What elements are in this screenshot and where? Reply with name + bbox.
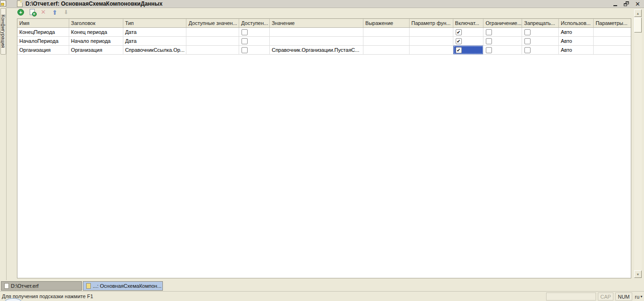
deny-checkbox[interactable]: [524, 29, 531, 35]
cell-func-param[interactable]: [410, 46, 453, 54]
column-header-expression: Выражение: [363, 19, 410, 27]
move-down-icon: ⬇: [64, 9, 68, 16]
add-button[interactable]: +: [17, 8, 24, 16]
cell-name[interactable]: НачалоПериода: [17, 37, 69, 45]
column-header-type: Тип: [123, 19, 187, 27]
window-tabbar: D:\Отчет.erf ...: ОсновнаяСхемаКомпон...: [0, 280, 644, 291]
cell-params[interactable]: [594, 28, 631, 36]
cell-usage[interactable]: Авто: [559, 46, 594, 54]
cell-usage[interactable]: Авто: [559, 28, 594, 36]
parameters-table: Имя Заголовок Тип Доступные значен... До…: [17, 18, 631, 278]
add-copy-button[interactable]: +: [28, 8, 36, 16]
scroll-up-icon: ▲: [636, 12, 640, 15]
column-header-available-values: Доступные значен...: [186, 19, 239, 27]
window-title: D:\Отчет.erf: ОсновнаяСхемаКомпоновкиДан…: [25, 0, 162, 7]
cell-expression[interactable]: [363, 37, 410, 45]
vertical-scrollbar[interactable]: ▲ ▼: [634, 9, 642, 278]
table-row: Организация Организация СправочникСсылка…: [17, 46, 631, 55]
cell-name[interactable]: Организация: [17, 46, 69, 54]
dcs-document-icon: [86, 283, 91, 289]
lang-caret-icon: ▾: [640, 294, 642, 299]
cell-title[interactable]: Организация: [69, 46, 123, 54]
cell-restriction[interactable]: [483, 28, 522, 36]
cell-deny[interactable]: [522, 37, 559, 45]
cell-type[interactable]: Дата: [123, 37, 187, 45]
sidebar-tab-configuration[interactable]: Конфигурация: [0, 8, 6, 55]
cell-type[interactable]: Дата: [123, 28, 187, 36]
restriction-checkbox[interactable]: [486, 47, 492, 53]
restriction-checkbox[interactable]: [486, 29, 492, 35]
cell-restriction[interactable]: [483, 37, 522, 45]
cell-expression[interactable]: [363, 28, 410, 36]
deny-checkbox[interactable]: [524, 47, 531, 53]
move-down-button[interactable]: ⬇: [62, 8, 70, 16]
available-checkbox[interactable]: [242, 47, 248, 53]
tab-label: ...: ОсновнаяСхемаКомпон...: [93, 283, 161, 289]
include-checkbox[interactable]: ✔: [456, 47, 462, 53]
cell-expression[interactable]: [363, 46, 410, 54]
scroll-down-button[interactable]: ▼: [634, 270, 642, 278]
available-checkbox[interactable]: [242, 29, 248, 35]
cell-available[interactable]: [239, 46, 270, 54]
table-header-row: Имя Заголовок Тип Доступные значен... До…: [17, 19, 631, 28]
status-bar: Для получения подсказки нажмите F1 CAP N…: [0, 291, 644, 301]
cell-deny[interactable]: [522, 28, 559, 36]
cell-func-param[interactable]: [410, 37, 453, 45]
column-header-deny: Запрещать...: [522, 19, 559, 27]
num-indicator: NUM: [615, 293, 632, 301]
available-checkbox[interactable]: [242, 38, 248, 44]
cell-func-param[interactable]: [410, 28, 453, 36]
cell-available-values[interactable]: [186, 28, 239, 36]
tab-label: D:\Отчет.erf: [11, 283, 39, 289]
cell-available[interactable]: [239, 37, 270, 45]
cell-available-values[interactable]: [186, 46, 239, 54]
window-titlebar[interactable]: D:\Отчет.erf: ОсновнаяСхемаКомпоновкиДан…: [7, 0, 644, 8]
cell-title[interactable]: Начало периода: [69, 37, 123, 45]
cell-value[interactable]: Справочник.Организации.ПустаяС...: [270, 46, 363, 54]
restore-button[interactable]: [623, 1, 630, 7]
cell-value[interactable]: [270, 37, 363, 45]
column-header-title: Заголовок: [69, 19, 123, 27]
column-header-func-param: Параметр фун...: [410, 19, 453, 27]
cell-type[interactable]: СправочникСсылка.Ор...: [123, 46, 187, 54]
cell-restriction[interactable]: [483, 46, 522, 54]
scrollbar-thumb[interactable]: [634, 17, 642, 33]
deny-checkbox[interactable]: [524, 38, 531, 44]
cell-deny[interactable]: [522, 46, 559, 54]
cell-include[interactable]: ✔: [453, 37, 484, 45]
cell-title[interactable]: Конец периода: [69, 28, 123, 36]
language-label: ru: [635, 294, 640, 300]
cell-available-values[interactable]: [186, 37, 239, 45]
column-header-usage: Использов...: [559, 19, 594, 27]
column-header-restriction: Ограничение...: [483, 19, 522, 27]
tab-data-composition-schema[interactable]: ...: ОсновнаяСхемаКомпон...: [83, 281, 163, 291]
cell-include-selected[interactable]: ✔: [453, 46, 484, 54]
close-button[interactable]: ✕: [634, 1, 641, 7]
column-header-params: Параметры...: [594, 19, 631, 27]
delete-button[interactable]: ✕: [40, 8, 47, 16]
include-checkbox[interactable]: ✔: [456, 29, 462, 35]
restore-icon: [624, 1, 629, 6]
minimize-button[interactable]: [612, 1, 619, 7]
cell-params[interactable]: [594, 46, 631, 54]
close-icon: ✕: [635, 1, 640, 7]
cell-include[interactable]: ✔: [453, 28, 484, 36]
cell-value[interactable]: [270, 28, 363, 36]
document-icon: [4, 283, 9, 289]
tab-report-file[interactable]: D:\Отчет.erf: [1, 281, 82, 291]
screen: { "left_panel": { "tab_label": "Конфигур…: [0, 0, 644, 301]
restriction-checkbox[interactable]: [486, 38, 492, 44]
language-selector[interactable]: ru ▾: [634, 293, 643, 301]
dcs-document-icon: [17, 0, 23, 7]
cell-usage[interactable]: Авто: [559, 37, 594, 45]
cell-available[interactable]: [239, 28, 270, 36]
cell-name[interactable]: КонецПериода: [17, 28, 69, 36]
move-up-icon: ⬆: [52, 9, 57, 16]
configuration-panel: Конфигурация: [0, 0, 7, 280]
move-up-button[interactable]: ⬆: [51, 8, 58, 16]
include-checkbox[interactable]: ✔: [456, 38, 462, 44]
scroll-up-button[interactable]: ▲: [634, 9, 642, 17]
cell-params[interactable]: [594, 37, 631, 45]
table-row: КонецПериода Конец периода Дата ✔ Авто: [17, 28, 631, 37]
scroll-down-icon: ▼: [636, 273, 640, 276]
